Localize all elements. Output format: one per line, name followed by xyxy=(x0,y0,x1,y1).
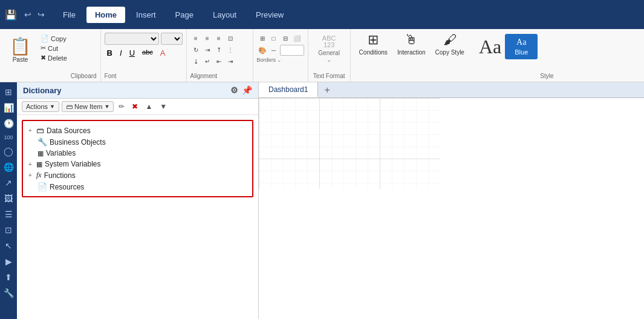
tree-item-resources[interactable]: 📄 Resources xyxy=(25,181,250,192)
tabs-bar: Dashboard1 + xyxy=(259,82,644,98)
italic-button[interactable]: I xyxy=(117,48,125,58)
tree-item-variables[interactable]: ▦ Variables xyxy=(25,148,250,159)
remove-icon[interactable]: ✖ xyxy=(129,101,140,112)
rotate-button[interactable]: ↻ xyxy=(190,44,201,55)
data-sources-icon: 🗃 xyxy=(36,126,44,135)
move-up-icon[interactable]: ▲ xyxy=(143,101,155,112)
delete-icon: ✖ xyxy=(41,54,46,62)
edit-icon[interactable]: ✏ xyxy=(116,101,127,112)
indent-button[interactable]: ⇥ xyxy=(202,44,213,55)
move-down-icon[interactable]: ▼ xyxy=(157,101,169,112)
font-size-select[interactable] xyxy=(161,33,183,45)
paste-button[interactable]: 📋 Paste xyxy=(4,33,37,67)
menu-tab-insert[interactable]: Insert xyxy=(128,7,164,23)
undo-button[interactable]: ↩ xyxy=(22,8,34,21)
new-item-button[interactable]: 🗃 New Item ▼ xyxy=(62,101,114,112)
interaction-button[interactable]: 🖱 Interaction xyxy=(394,31,429,58)
sidebar-icon-wrench[interactable]: 🔧 xyxy=(1,286,16,300)
dictionary-pin-icon[interactable]: 📌 xyxy=(242,85,252,95)
menu-tab-preview[interactable]: Preview xyxy=(247,7,292,23)
strikethrough-button[interactable]: abc xyxy=(140,48,155,58)
resources-icon: 📄 xyxy=(37,182,47,191)
resources-label: Resources xyxy=(50,183,84,191)
border-style-button[interactable]: ─ xyxy=(268,45,279,56)
wrap-button[interactable]: ↵ xyxy=(202,56,213,67)
left-sidebar: ⊞ 📊 🕐 100 ◯ 🌐 ↗ 🖼 ☰ ⊡ ↖ ▶ ⬆ 🔧 xyxy=(0,82,17,319)
sidebar-icon-globe[interactable]: 🌐 xyxy=(1,160,16,174)
bold-button[interactable]: B xyxy=(105,48,115,58)
conditions-label: Conditions xyxy=(359,49,388,56)
sidebar-icon-box[interactable]: ⊡ xyxy=(1,223,16,237)
sidebar-icon-play[interactable]: ▶ xyxy=(1,254,16,269)
border-outer-button[interactable]: □ xyxy=(268,33,279,44)
border-style-preview[interactable] xyxy=(280,45,304,56)
font-name-select[interactable] xyxy=(105,33,159,45)
expander-functions[interactable]: + xyxy=(27,172,34,179)
tab-dashboard1[interactable]: Dashboard1 xyxy=(259,82,318,97)
copy-style-button[interactable]: 🖌 Copy Style xyxy=(432,31,468,58)
align-right-button[interactable]: ≡ xyxy=(213,33,224,44)
align-top-button[interactable]: ⤒ xyxy=(213,44,224,55)
sidebar-icon-cursor[interactable]: ↖ xyxy=(1,238,16,253)
dictionary-toolbar: Actions ▼ 🗃 New Item ▼ ✏ ✖ ▲ ▼ xyxy=(17,99,258,115)
sidebar-icon-list[interactable]: ☰ xyxy=(1,207,16,222)
cut-button[interactable]: ✂ Cut xyxy=(38,44,70,53)
conditions-button[interactable]: ⊞ Conditions xyxy=(356,31,391,58)
sidebar-icon-clock[interactable]: 🕐 xyxy=(1,116,16,131)
underline-button[interactable]: U xyxy=(127,48,137,58)
align-middle-button[interactable]: ⋮ xyxy=(225,44,236,55)
border-inner-button[interactable]: ⊟ xyxy=(280,33,291,44)
tree-item-data-sources[interactable]: + 🗃 Data Sources xyxy=(25,125,250,136)
sidebar-icon-chart[interactable]: 📊 xyxy=(1,100,16,115)
grid-canvas[interactable] xyxy=(259,98,644,319)
border-all-button[interactable]: ⊞ xyxy=(257,33,268,44)
sidebar-icon-circle[interactable]: ◯ xyxy=(1,144,16,159)
border-expand-row: Borders ⌄ xyxy=(257,57,282,63)
align-bottom-button[interactable]: ⤓ xyxy=(190,56,201,67)
dictionary-header: Dictionary ⚙ 📌 xyxy=(17,82,258,99)
text-format-icon[interactable]: ABC 123 xyxy=(322,35,336,48)
blue-style-button[interactable]: Aa Blue xyxy=(505,34,538,59)
redo-button[interactable]: ↪ xyxy=(35,8,47,21)
borders-expand-icon[interactable]: ⌄ xyxy=(277,57,282,63)
menu-tab-file[interactable]: File xyxy=(54,7,84,23)
tree-item-functions[interactable]: + fx Functions xyxy=(25,169,250,181)
sidebar-icon-image[interactable]: 🖼 xyxy=(1,191,16,206)
expander-data-sources[interactable]: + xyxy=(27,127,34,134)
font-color-button[interactable]: A xyxy=(158,48,168,58)
copy-button[interactable]: 📄 Copy xyxy=(38,34,70,43)
align-buttons: ≡ ≡ ≡ ⊡ ↻ ⇥ ⤒ ⋮ ⤓ ↵ ⇤ ⇥ xyxy=(190,33,245,67)
grid-svg xyxy=(259,98,440,189)
border-color-button[interactable]: 🎨 xyxy=(257,45,268,56)
paste-icon: 📋 xyxy=(10,36,31,56)
dictionary-settings-icon[interactable]: ⚙ xyxy=(230,85,238,95)
border-none-button[interactable]: ⬜ xyxy=(291,33,302,44)
expander-system-variables[interactable]: + xyxy=(27,161,34,168)
indent-less-button[interactable]: ⇤ xyxy=(213,56,224,67)
borders-sublabel: Borders xyxy=(257,57,276,63)
align-justify-button[interactable]: ⊡ xyxy=(225,33,236,44)
indent-more-button[interactable]: ⇥ xyxy=(225,56,236,67)
tab-add-button[interactable]: + xyxy=(318,84,336,97)
align-left-button[interactable]: ≡ xyxy=(190,33,201,44)
actions-button[interactable]: Actions ▼ xyxy=(22,101,59,112)
style-designer-group: Aa Aa Blue Style xyxy=(473,29,558,82)
menu-tab-home[interactable]: Home xyxy=(86,7,125,23)
sidebar-icon-100[interactable]: 100 xyxy=(1,132,16,143)
cut-icon: ✂ xyxy=(41,44,46,52)
interaction-label: Interaction xyxy=(397,49,426,56)
sidebar-icon-grid[interactable]: ⊞ xyxy=(1,85,16,99)
menu-tab-layout[interactable]: Layout xyxy=(204,7,245,23)
tree-item-system-variables[interactable]: + ▦ System Variables xyxy=(25,159,250,169)
save-icon[interactable]: 💾 xyxy=(5,9,17,21)
text-format-expand[interactable]: ⌄ xyxy=(327,56,331,63)
sidebar-icon-arrow[interactable]: ↗ xyxy=(1,176,16,190)
actions-label: Actions xyxy=(26,103,48,110)
delete-button[interactable]: ✖ Delete xyxy=(38,53,70,62)
align-center-button[interactable]: ≡ xyxy=(202,33,213,44)
menu-tab-page[interactable]: Page xyxy=(167,7,202,23)
tree-item-business-objects[interactable]: 🔧 Business Objects xyxy=(25,136,250,148)
menu-bar: 💾 ↩ ↪ File Home Insert Page Layout Previ… xyxy=(0,0,644,29)
copy-style-label: Copy Style xyxy=(435,49,464,56)
sidebar-icon-up[interactable]: ⬆ xyxy=(1,270,16,284)
